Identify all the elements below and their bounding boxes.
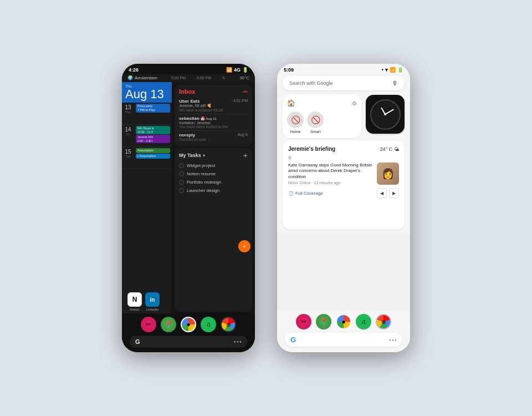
email-item-noreply[interactable]: noreply Aug 8 Transfer of user... [179, 131, 248, 143]
full-coverage-label[interactable]: Full Coverage [295, 191, 323, 196]
smarthome-widget[interactable]: 🏠 ⚙ 🚫 Home 🚫 Smart [283, 95, 361, 138]
dock-icons-2: ✂ 📍 ● ♫ ⊕ [280, 313, 407, 331]
status-bar-2: 5:09 • ▾ 📶 🔋 [277, 64, 410, 74]
status-bar-1: 4:26 📶 4G 🔋 [122, 64, 255, 74]
dock2-maps-icon[interactable]: 📍 [316, 314, 331, 329]
widgets-row: 🏠 ⚙ 🚫 Home 🚫 Smart [283, 95, 405, 138]
full-coverage-row: 📋 Full Coverage ◀ ▶ [288, 188, 399, 198]
task-circle-2 [179, 180, 184, 185]
smarthome-gear-icon[interactable]: ⚙ [352, 100, 357, 106]
next-arrow[interactable]: ▶ [389, 188, 399, 198]
dock-maps-icon[interactable]: 📍 [161, 317, 176, 332]
wifi-icon-2: ▾ [385, 67, 388, 73]
cal-row-15: 15 Sat Assumption L'Assumption [122, 147, 172, 169]
dock-spotify-icon[interactable]: ♫ [201, 317, 216, 332]
minute-hand [385, 109, 394, 114]
notion-shortcut[interactable]: N Notion [127, 292, 142, 311]
dock2-multicolor-icon[interactable]: ⊕ [376, 314, 391, 329]
event-assumption1: Assumption [136, 148, 170, 153]
dock-multicolor-icon[interactable]: ⊕ [221, 317, 236, 332]
dock-area-2: ✂ 📍 ● ♫ ⊕ G ● ● ● [277, 311, 410, 352]
phone2-content: Search with Google 🎙 🏠 ⚙ 🚫 Home [277, 74, 410, 352]
weather-bar: 🌍 Amsterdam 5:00 PM 6:00 PM ↻ 30°C [122, 74, 255, 82]
dot-icon: • [382, 67, 383, 73]
task-item-3[interactable]: Launcher design [179, 186, 248, 195]
home-icon: 🚫 [287, 111, 304, 128]
dock2-spotify-icon[interactable]: ♫ [356, 314, 371, 329]
event-assumption2: L'Assumption [136, 154, 170, 159]
smart-button[interactable]: 🚫 Smart [307, 111, 324, 134]
clock-widget[interactable] [366, 95, 405, 134]
main-area: Thu Aug 13 13 Thu Pizza party7 PM at Kla… [122, 82, 255, 313]
tasks-widget[interactable]: My Tasks ▾ + Widget project Notion resum… [175, 148, 252, 312]
email-item-ubereats[interactable]: Uber Eats 4:01 PM Jeremie, €8 off! 🍕 We … [179, 97, 248, 114]
dock-scissors-icon[interactable]: ✂ [141, 317, 156, 332]
news-item[interactable]: Kate Garraway skips Good Morning Britain… [288, 163, 399, 185]
time-display-1: 4:26 [129, 67, 139, 73]
cal-header: Thu Aug 13 [122, 82, 172, 103]
google-bar-2[interactable]: G ● ● ● [285, 333, 402, 347]
news-thumbnail: 👩 [377, 163, 399, 185]
dock-area-1: ✂ 📍 ● ♫ ⊕ G ● ● ● [122, 313, 255, 352]
time-display-2: 5:09 [284, 67, 294, 73]
refresh-icon: ↻ [222, 76, 226, 80]
event-skype: Rdv Skype le10:30 – 11:3 [136, 126, 170, 134]
phone1-content: 🌍 Amsterdam 5:00 PM 6:00 PM ↻ 30°C Thu A… [122, 74, 255, 352]
assistant-dots-1: ● ● ● [234, 340, 242, 343]
search-bar[interactable]: Search with Google 🎙 [283, 76, 405, 90]
task-item-1[interactable]: Notion resume [179, 170, 248, 178]
full-coverage-icon: 📋 [288, 191, 294, 196]
dock2-scissors-icon[interactable]: ✂ [296, 314, 311, 329]
cal-spacer [122, 169, 172, 289]
dock2-chrome-icon[interactable]: ● [336, 314, 351, 329]
phone-2: 5:09 • ▾ 📶 🔋 Search with Google 🎙 🏠 ⚙ [277, 64, 410, 352]
briefing-temp: 24° C 🌤 [380, 146, 399, 152]
briefing-widget[interactable]: Jeremie's briefing 24° C 🌤 3. Kate Garra… [283, 140, 405, 230]
dock-chrome-icon[interactable]: ● [181, 317, 196, 332]
battery-icon-2: 🔋 [397, 67, 403, 73]
signal-icon-1: 4G [234, 67, 241, 73]
status-icons-2: • ▾ 📶 🔋 [382, 67, 403, 73]
task-item-2[interactable]: Portfolio redesign [179, 178, 248, 186]
task-item-0[interactable]: Widget project [179, 161, 248, 170]
news-headline: Kate Garraway skips Good Morning Britain… [288, 163, 374, 180]
calendar-panel: Thu Aug 13 13 Thu Pizza party7 PM at Kla… [122, 82, 172, 313]
right-panel: Inbox ✏ Uber Eats 4:01 PM Jeremie, €8 of… [172, 82, 255, 313]
status-icons-1: 📶 4G 🔋 [226, 67, 248, 73]
tasks-add-button[interactable]: + [243, 151, 248, 159]
analog-clock [370, 99, 401, 130]
task-circle-1 [179, 171, 184, 176]
home-button[interactable]: 🚫 Home [287, 111, 304, 134]
linkedin-shortcut[interactable]: in LinkedIn [145, 292, 160, 311]
inbox-widget[interactable]: Inbox ✏ Uber Eats 4:01 PM Jeremie, €8 of… [175, 85, 252, 146]
event-jeremie: Jeremie ROI2:00 – 2:30 l [136, 135, 170, 143]
google-bar-1[interactable]: G ● ● ● [130, 336, 247, 348]
inbox-title: Inbox [179, 88, 195, 95]
tasks-chevron-icon: ▾ [203, 153, 205, 158]
time-labels: 5:00 PM 6:00 PM ↻ [171, 76, 226, 80]
task-circle-0 [179, 163, 184, 168]
linkedin-icon: in [145, 292, 160, 307]
cal-row-13: 13 Thu Pizza party7 PM at Klap [122, 103, 172, 125]
mic-icon[interactable]: 🎙 [392, 80, 398, 87]
notion-icon: N [127, 292, 142, 307]
email-item-sebastian[interactable]: sebastian 📅 Aug 11 Invitation: Jeremie Y… [179, 114, 248, 131]
briefing-title: Jeremie's briefing [288, 146, 335, 152]
temperature: 30°C [239, 75, 249, 80]
clock-center [384, 113, 386, 115]
fab-button[interactable]: + [238, 240, 250, 252]
briefing-number: 3. [288, 155, 399, 160]
content-spacer-2 [277, 233, 410, 311]
dock-icons-1: ✂ 📍 ● ♫ ⊕ [125, 316, 252, 333]
search-placeholder: Search with Google [289, 80, 333, 86]
event-pizza: Pizza party7 PM at Klap [136, 104, 170, 113]
location-icon: 🌍 [127, 75, 133, 80]
network-icon-1: 📶 [226, 67, 232, 73]
cal-row-14: 14 Fri Rdv Skype le10:30 – 11:3 Jeremie … [122, 125, 172, 147]
battery-icon-1: 🔋 [242, 67, 248, 73]
location-label: 🌍 Amsterdam [127, 75, 157, 80]
phone-1: 4:26 📶 4G 🔋 🌍 Amsterdam 5:00 PM 6:00 PM … [122, 64, 255, 352]
prev-arrow[interactable]: ◀ [377, 188, 387, 198]
inbox-edit-icon[interactable]: ✏ [243, 89, 248, 95]
assistant-dots-2: ● ● ● [389, 338, 397, 342]
